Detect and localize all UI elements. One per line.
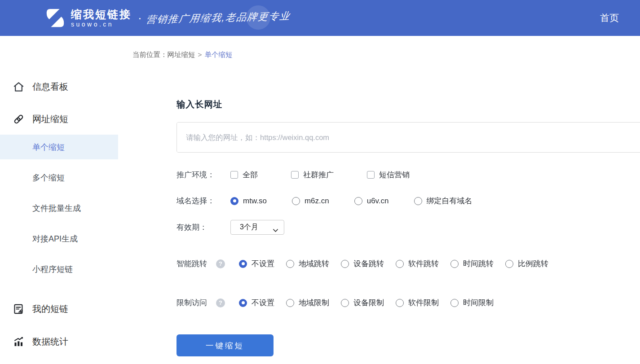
sidebar-item-statistics[interactable]: 数据统计 — [0, 331, 118, 352]
nav-home-link[interactable]: 首页 — [600, 12, 619, 24]
radio-option-jump-time[interactable]: 时间跳转 — [450, 259, 494, 269]
promo-env-row: 推广环境： 全部 社群推广 短信营销 — [177, 170, 640, 180]
sidebar-item-url-shorten[interactable]: 网址缩短 — [0, 109, 118, 129]
radio-icon[interactable] — [341, 260, 349, 268]
radio-option-jump-device[interactable]: 设备跳转 — [341, 259, 384, 269]
radio-option-limit-none[interactable]: 不设置 — [239, 298, 274, 308]
shorten-form: 输入长网址 推广环境： 全部 社群推广 短信营销 — [177, 98, 640, 356]
sidebar-item-label: 我的短链 — [32, 303, 68, 315]
radio-icon[interactable] — [286, 260, 294, 268]
sidebar-subitem-label: 对接API生成 — [32, 233, 78, 244]
home-icon — [13, 81, 25, 93]
breadcrumb-prefix: 当前位置： — [132, 51, 168, 58]
validity-selected-value: 3个月 — [240, 223, 258, 232]
tagline-dot: · — [138, 11, 142, 25]
sidebar-item-label: 网址缩短 — [32, 113, 68, 125]
radio-option-limit-time[interactable]: 时间限制 — [450, 298, 494, 308]
sidebar-subitem-file-batch[interactable]: 文件批量生成 — [0, 196, 118, 220]
radio-icon[interactable] — [414, 197, 422, 205]
breadcrumb-section-link[interactable]: 网址缩短 — [168, 51, 195, 58]
main-content: 当前位置：网址缩短>单个缩短 输入长网址 推广环境： 全部 社群推广 — [118, 36, 640, 364]
radio-option-jump-region[interactable]: 地域跳转 — [286, 259, 329, 269]
radio-icon[interactable] — [286, 299, 294, 307]
radio-icon-selected[interactable] — [239, 260, 247, 268]
logo-title: 缩我短链接 — [71, 9, 132, 20]
checkbox-option-all[interactable]: 全部 — [230, 170, 258, 180]
domain-select-label: 域名选择： — [177, 196, 230, 206]
sidebar-item-dashboard[interactable]: 信息看板 — [0, 76, 118, 97]
radio-option-limit-region[interactable]: 地域限制 — [286, 298, 329, 308]
radio-icon[interactable] — [396, 260, 404, 268]
document-edit-icon — [13, 303, 25, 315]
radio-label: 时间限制 — [463, 298, 494, 308]
checkbox-icon[interactable] — [230, 171, 238, 179]
radio-label: 比例跳转 — [518, 259, 548, 269]
radio-label: 设备限制 — [353, 298, 384, 308]
shorten-submit-button[interactable]: 一键缩短 — [177, 334, 274, 356]
logo-domain: suowo.cn — [71, 21, 132, 28]
radio-option-limit-software[interactable]: 软件限制 — [396, 298, 439, 308]
sidebar-item-label: 信息看板 — [32, 81, 68, 93]
restrict-access-row: 限制访问 ? 不设置 地域限制 设备限制 — [177, 298, 640, 308]
smart-jump-options: 不设置 地域跳转 设备跳转 软件跳转 — [239, 259, 548, 269]
sidebar-item-label: 数据统计 — [32, 336, 68, 348]
promo-env-label: 推广环境： — [177, 170, 230, 180]
checkbox-label: 全部 — [243, 170, 258, 180]
help-icon[interactable]: ? — [216, 298, 225, 307]
radio-label: 绑定自有域名 — [427, 196, 472, 206]
sidebar-subitem-miniprogram-link[interactable]: 小程序短链 — [0, 257, 118, 281]
sidebar-subitem-api-generate[interactable]: 对接API生成 — [0, 226, 118, 251]
breadcrumb-separator: > — [198, 51, 202, 58]
radio-option-limit-device[interactable]: 设备限制 — [341, 298, 384, 308]
radio-icon[interactable] — [450, 260, 459, 268]
validity-select[interactable]: 3个月 — [230, 220, 284, 235]
sidebar-subitem-label: 单个缩短 — [32, 142, 65, 153]
long-url-input[interactable] — [177, 122, 640, 153]
radio-label: 设备跳转 — [353, 259, 384, 269]
domain-options: mtw.so m6z.cn u6v.cn 绑定自有域名 — [230, 196, 472, 206]
radio-option-u6v-cn[interactable]: u6v.cn — [354, 196, 389, 206]
logo-text: 缩我短链接 suowo.cn — [71, 9, 132, 28]
radio-option-jump-none[interactable]: 不设置 — [239, 259, 274, 269]
radio-icon-selected[interactable] — [230, 197, 238, 205]
radio-icon[interactable] — [341, 299, 349, 307]
radio-label: 地域跳转 — [299, 259, 329, 269]
checkbox-option-community[interactable]: 社群推广 — [291, 170, 334, 180]
breadcrumb-current-link[interactable]: 单个缩短 — [205, 51, 233, 58]
sidebar-item-domain-manage[interactable]: 域名管理 — [0, 361, 118, 364]
bar-chart-icon — [13, 336, 25, 348]
help-icon[interactable]: ? — [216, 259, 225, 268]
restrict-access-options: 不设置 地域限制 设备限制 软件限制 — [239, 298, 494, 308]
radio-icon[interactable] — [505, 260, 513, 268]
checkbox-icon[interactable] — [367, 171, 375, 179]
radio-icon[interactable] — [292, 197, 300, 205]
header: 缩我短链接 suowo.cn · 营销推广用缩我,老品牌更专业 首页 — [0, 0, 640, 36]
radio-option-m6z-cn[interactable]: m6z.cn — [292, 196, 329, 206]
smart-jump-label: 智能跳转 — [177, 259, 207, 269]
suowo-logo-icon — [45, 8, 66, 28]
domain-select-row: 域名选择： mtw.so m6z.cn u6v.cn — [177, 196, 640, 206]
radio-option-mtw-so[interactable]: mtw.so — [230, 196, 267, 206]
link-icon — [13, 113, 25, 125]
radio-icon-selected[interactable] — [239, 299, 247, 307]
checkbox-icon[interactable] — [291, 171, 299, 179]
radio-option-jump-software[interactable]: 软件跳转 — [396, 259, 439, 269]
sidebar: 信息看板 网址缩短 单个缩短 多个缩短 文件批量生成 对接API生成 — [0, 36, 118, 364]
sidebar-subitem-multi-shorten[interactable]: 多个缩短 — [0, 165, 118, 190]
radio-icon[interactable] — [396, 299, 404, 307]
radio-label: 地域限制 — [299, 298, 329, 308]
radio-label: m6z.cn — [305, 197, 329, 206]
radio-icon[interactable] — [354, 197, 362, 205]
sidebar-subitem-single-shorten[interactable]: 单个缩短 — [0, 135, 118, 159]
radio-label: u6v.cn — [367, 197, 389, 206]
sidebar-item-my-links[interactable]: 我的短链 — [0, 298, 118, 319]
radio-icon[interactable] — [450, 299, 459, 307]
breadcrumb: 当前位置：网址缩短>单个缩短 — [118, 36, 640, 60]
validity-row: 有效期： 3个月 — [177, 220, 640, 235]
logo[interactable]: 缩我短链接 suowo.cn — [45, 8, 132, 28]
checkbox-option-sms[interactable]: 短信营销 — [367, 170, 410, 180]
sidebar-subitem-label: 小程序短链 — [32, 264, 73, 275]
radio-option-custom-domain[interactable]: 绑定自有域名 — [414, 196, 472, 206]
sidebar-subitem-label: 文件批量生成 — [32, 203, 81, 214]
radio-option-jump-ratio[interactable]: 比例跳转 — [505, 259, 548, 269]
